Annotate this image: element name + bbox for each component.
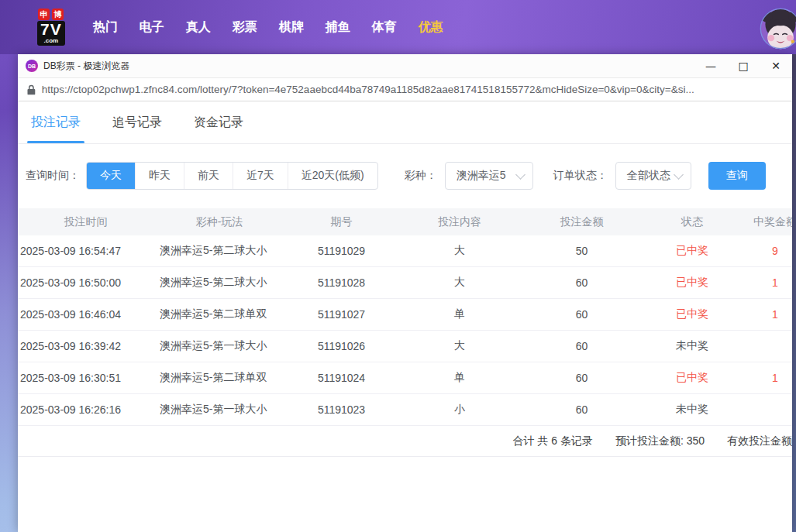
cell-status: 未中奖 bbox=[642, 403, 743, 417]
cell-win-amount: 1 bbox=[743, 308, 792, 321]
avatar-illustration bbox=[759, 7, 796, 50]
lottery-select[interactable]: 澳洲幸运5 bbox=[445, 162, 533, 190]
cell-bet-time: 2025-03-09 16:39:42 bbox=[18, 340, 153, 352]
app-icon: DB bbox=[26, 60, 38, 72]
bet-record-table: 投注时间彩种-玩法期号投注内容投注金额状态中奖金额 2025-03-09 16:… bbox=[18, 208, 792, 457]
table-summary-row: 合计 共 6 条记录 预计投注金额: 350 有效投注金额: bbox=[18, 426, 792, 457]
table-row: 2025-03-09 16:39:42澳洲幸运5-第一球大小51191026大6… bbox=[18, 331, 792, 362]
cell-bet-content: 大 bbox=[398, 276, 522, 290]
cell-win-amount: 9 bbox=[743, 245, 792, 257]
cell-status: 已中奖 bbox=[642, 307, 743, 321]
cell-lottery-play: 澳洲幸运5-第二球大小 bbox=[153, 276, 285, 290]
cell-bet-content: 大 bbox=[398, 244, 522, 258]
close-button[interactable]: ✕ bbox=[760, 54, 792, 77]
tab-bar: 投注记录追号记录资金记录 bbox=[18, 101, 792, 144]
time-filter-option[interactable]: 近20天(低频) bbox=[288, 163, 377, 189]
cell-bet-amount: 60 bbox=[522, 340, 642, 352]
cell-win-amount: 1 bbox=[743, 372, 792, 384]
time-filter-group: 今天昨天前天近7天近20天(低频) bbox=[86, 162, 378, 190]
nav-item[interactable]: 热门 bbox=[82, 19, 129, 36]
window-controls: — □ ✕ bbox=[694, 54, 792, 77]
window-title: DB彩票 - 极速浏览器 bbox=[43, 60, 129, 73]
header-cell: 投注内容 bbox=[398, 215, 522, 229]
maximize-button[interactable]: □ bbox=[727, 54, 760, 77]
time-filter-option[interactable]: 前天 bbox=[184, 163, 233, 189]
table-header-row: 投注时间彩种-玩法期号投注内容投注金额状态中奖金额 bbox=[18, 208, 792, 235]
minimize-button[interactable]: — bbox=[694, 54, 727, 77]
nav-menu: 热门电子真人彩票棋牌捕鱼体育优惠 bbox=[82, 19, 454, 36]
site-logo[interactable]: 申 博 7V .com bbox=[37, 9, 65, 46]
query-button[interactable]: 查询 bbox=[708, 162, 766, 190]
cell-bet-time: 2025-03-09 16:54:47 bbox=[18, 245, 153, 257]
status-filter-label: 订单状态： bbox=[553, 169, 608, 183]
header-cell: 投注金额 bbox=[522, 215, 642, 229]
cell-issue-number: 51191027 bbox=[285, 308, 398, 321]
cell-lottery-play: 澳洲幸运5-第一球大小 bbox=[153, 339, 285, 353]
logo-suffix: .com bbox=[44, 38, 59, 44]
cell-lottery-play: 澳洲幸运5-第一球大小 bbox=[153, 403, 285, 417]
cell-lottery-play: 澳洲幸运5-第二球单双 bbox=[153, 371, 285, 385]
time-filter-label: 查询时间： bbox=[26, 169, 80, 183]
time-filter-option[interactable]: 昨天 bbox=[135, 163, 184, 189]
tab-item[interactable]: 追号记录 bbox=[112, 101, 162, 143]
logo-text: 7V bbox=[40, 21, 62, 38]
nav-item[interactable]: 体育 bbox=[361, 19, 408, 36]
window-titlebar[interactable]: DB DB彩票 - 极速浏览器 — □ ✕ bbox=[18, 54, 792, 77]
logo-block: 7V .com bbox=[37, 21, 65, 46]
time-filter-option[interactable]: 今天 bbox=[87, 163, 135, 189]
cell-bet-time: 2025-03-09 16:46:04 bbox=[18, 308, 153, 321]
cell-bet-content: 单 bbox=[398, 371, 522, 385]
table-row: 2025-03-09 16:46:04澳洲幸运5-第二球单双51191027单6… bbox=[18, 299, 792, 331]
url-text: https://ctop02pchwp1.zfnc84.com/lottery/… bbox=[42, 84, 783, 95]
cell-bet-amount: 60 bbox=[522, 308, 642, 321]
cell-status: 未中奖 bbox=[642, 339, 743, 353]
time-filter-option[interactable]: 近7天 bbox=[233, 163, 288, 189]
chevron-down-icon bbox=[674, 170, 684, 180]
nav-item[interactable]: 电子 bbox=[129, 19, 175, 36]
logo-badge-2: 博 bbox=[52, 9, 64, 20]
cell-bet-amount: 60 bbox=[522, 403, 642, 416]
cell-lottery-play: 澳洲幸运5-第二球大小 bbox=[153, 244, 285, 258]
table-row: 2025-03-09 16:50:00澳洲幸运5-第二球大小51191028大6… bbox=[18, 267, 792, 299]
filter-bar: 查询时间： 今天昨天前天近7天近20天(低频) 彩种： 澳洲幸运5 订单状态： … bbox=[26, 162, 792, 190]
logo-badges: 申 博 bbox=[38, 9, 64, 20]
cell-bet-content: 大 bbox=[398, 339, 522, 353]
tab-active[interactable]: 投注记录 bbox=[31, 101, 81, 143]
lock-icon bbox=[27, 84, 36, 95]
cell-bet-amount: 60 bbox=[522, 276, 642, 289]
summary-total: 合计 共 6 条记录 bbox=[513, 434, 593, 448]
user-avatar[interactable] bbox=[759, 7, 796, 50]
lottery-filter-label: 彩种： bbox=[405, 169, 437, 183]
summary-expected-amount: 预计投注金额: 350 bbox=[615, 434, 705, 448]
cell-lottery-play: 澳洲幸运5-第二球单双 bbox=[153, 307, 285, 321]
cell-bet-amount: 50 bbox=[522, 245, 642, 257]
cell-bet-content: 小 bbox=[398, 403, 522, 417]
nav-item[interactable]: 真人 bbox=[175, 19, 222, 36]
cell-issue-number: 51191024 bbox=[285, 372, 398, 384]
nav-item[interactable]: 彩票 bbox=[222, 19, 268, 36]
nav-item[interactable]: 捕鱼 bbox=[315, 19, 361, 36]
tab-item[interactable]: 资金记录 bbox=[194, 101, 243, 143]
status-select[interactable]: 全部状态 bbox=[615, 162, 691, 190]
url-bar[interactable]: https://ctop02pchwp1.zfnc84.com/lottery/… bbox=[18, 77, 792, 101]
top-nav: 申 博 7V .com 热门电子真人彩票棋牌捕鱼体育优惠 bbox=[0, 0, 796, 54]
cell-status: 已中奖 bbox=[642, 244, 743, 258]
chevron-down-icon bbox=[515, 170, 525, 180]
header-cell: 中奖金额 bbox=[743, 215, 792, 229]
nav-item[interactable]: 棋牌 bbox=[268, 19, 315, 36]
cell-issue-number: 51191028 bbox=[285, 276, 398, 289]
header-cell: 彩种-玩法 bbox=[153, 215, 285, 229]
cell-issue-number: 51191023 bbox=[285, 403, 398, 416]
table-row: 2025-03-09 16:26:16澳洲幸运5-第一球大小51191023小6… bbox=[18, 394, 792, 426]
cell-status: 已中奖 bbox=[642, 276, 743, 290]
cell-win-amount: 1 bbox=[743, 276, 792, 289]
cell-bet-time: 2025-03-09 16:50:00 bbox=[18, 276, 153, 289]
cell-status: 已中奖 bbox=[642, 371, 743, 385]
header-cell: 状态 bbox=[642, 215, 743, 229]
cell-bet-time: 2025-03-09 16:30:51 bbox=[18, 372, 153, 384]
table-row: 2025-03-09 16:30:51澳洲幸运5-第二球单双51191024单6… bbox=[18, 362, 792, 394]
table-body: 2025-03-09 16:54:47澳洲幸运5-第二球大小51191029大5… bbox=[18, 235, 792, 426]
logo-badge-1: 申 bbox=[38, 9, 50, 20]
nav-item[interactable]: 优惠 bbox=[408, 19, 454, 36]
cell-bet-time: 2025-03-09 16:26:16 bbox=[18, 403, 153, 416]
